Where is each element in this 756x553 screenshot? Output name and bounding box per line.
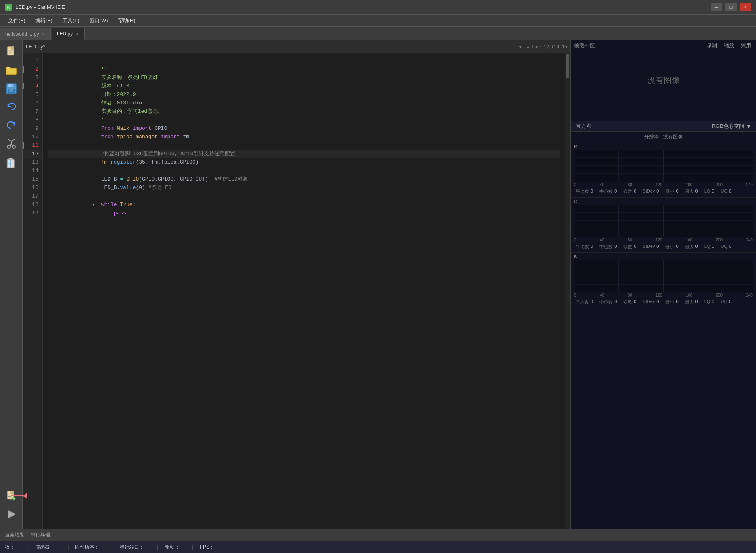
code-line-2: 实验名称：点亮LED蓝灯: [48, 65, 560, 73]
line-num-1: 1: [23, 56, 42, 65]
editor-scrollbar[interactable]: [565, 53, 570, 529]
menu-edit[interactable]: 编辑(E): [30, 15, 57, 26]
line-num-4: 4: [23, 82, 42, 90]
svg-rect-23: [7, 160, 10, 167]
sep2: |: [67, 545, 69, 550]
menu-window[interactable]: 窗口(W): [84, 15, 113, 26]
line-num-12: 12: [23, 150, 42, 158]
disable-button[interactable]: 禁用: [741, 42, 751, 49]
run-button[interactable]: [3, 506, 19, 522]
line-num-14: 14: [23, 166, 42, 175]
undo-button[interactable]: [3, 99, 19, 115]
line-num-17: 17: [23, 192, 42, 200]
channel-r-canvas: [574, 150, 753, 182]
line-num-18: 18: [23, 200, 42, 209]
channel-g-label: G: [574, 199, 753, 204]
search-results-tab[interactable]: 搜索结果: [5, 532, 24, 538]
tab-led[interactable]: LED.py ×: [52, 28, 85, 40]
histogram-channel-g: G 0: [571, 198, 756, 253]
bottom-panel: 搜索结果 串行终端: [0, 529, 756, 541]
sensor-label: 传感器：: [35, 544, 54, 551]
channel-b-x-labels: 0 40 80 120 160 200 240: [574, 292, 753, 298]
line-num-13: 13: [23, 158, 42, 166]
record-button[interactable]: 录制: [707, 42, 717, 49]
color-space-selector[interactable]: RGB色彩空间 ▼: [712, 123, 751, 130]
line-num-16: 16: [23, 183, 42, 192]
left-toolbar: [0, 40, 23, 529]
tab-helloworld[interactable]: helloworld_1.py ×: [0, 28, 51, 40]
sep1: |: [27, 545, 29, 550]
color-space-dropdown-icon: ▼: [746, 123, 751, 129]
channel-b-graph: [574, 260, 753, 292]
frame-buffer-label: 帧缓冲区: [574, 42, 595, 49]
tab-led-close[interactable]: ×: [75, 31, 79, 37]
tabbar: helloworld_1.py × LED.py ×: [0, 27, 756, 40]
right-panel: 帧缓冲区 录制 缩放 禁用 没有图像 直方图 RGB色彩空间 ▼: [570, 40, 756, 529]
line-num-9: 9: [23, 124, 42, 133]
run-snippet-wrapper: [3, 488, 19, 504]
svg-line-19: [8, 139, 11, 141]
open-folder-button[interactable]: [3, 62, 19, 78]
frame-buffer-controls: 录制 缩放 禁用: [702, 40, 756, 51]
content-area: LED.py* ▼ × Line: 12, Col: 15 1 2 3 4 5 …: [0, 40, 756, 529]
close-button[interactable]: ✕: [740, 3, 751, 11]
fps-label: FPS：: [200, 544, 214, 551]
channel-r-stats: 平均数0 中位数0 众数0 StDev0 最小0 最大0 LQ0 UQ0: [574, 188, 753, 195]
menu-tools[interactable]: 工具(T): [57, 15, 84, 26]
histogram-header: 直方图 RGB色彩空间 ▼: [571, 121, 756, 132]
new-file-button[interactable]: [3, 44, 19, 60]
code-editor[interactable]: 1 2 3 4 5 6 7 8 9 10 11 12 13 14: [23, 53, 570, 529]
tab-helloworld-close[interactable]: ×: [41, 31, 45, 37]
line-num-7: 7: [23, 107, 42, 116]
svg-rect-7: [6, 67, 10, 69]
paste-button[interactable]: [3, 155, 19, 171]
svg-text:K: K: [7, 6, 10, 10]
histogram-channel-r: R: [571, 142, 756, 198]
driver-label: 驱动：: [165, 544, 180, 551]
scroll-thumb[interactable]: [566, 54, 569, 78]
menu-file[interactable]: 文件(F): [3, 15, 30, 26]
line-num-8: 8: [23, 116, 42, 124]
histogram-channel-b: B 0: [571, 253, 756, 308]
menubar: 文件(F) 编辑(E) 工具(T) 窗口(W) 帮助(H): [0, 15, 756, 27]
svg-rect-10: [8, 84, 13, 87]
frame-buffer: 帧缓冲区 录制 缩放 禁用 没有图像: [571, 40, 756, 121]
menu-help[interactable]: 帮助(H): [113, 15, 140, 26]
save-button[interactable]: [3, 81, 19, 97]
svg-line-20: [11, 139, 15, 141]
app-icon: K: [5, 4, 12, 11]
svg-rect-13: [9, 89, 13, 92]
code-line-14: LED_B = GPIO(GPIO.GPIO0, GPIO.OUT) #构建LE…: [48, 166, 560, 175]
histogram-title: 直方图: [576, 123, 712, 130]
statusbar: 板： | 传感器： | 固件版本： | 串行端口： | 驱动： | FPS：: [0, 541, 756, 553]
toolbar-bottom: [3, 488, 19, 526]
editor-area: LED.py* ▼ × Line: 12, Col: 15 1 2 3 4 5 …: [23, 40, 570, 529]
dropdown-icon[interactable]: ▼: [518, 44, 523, 50]
serial-terminal-tab[interactable]: 串行终端: [31, 532, 50, 538]
histogram-resolution: 分辨率 - 没有图像: [571, 132, 756, 142]
channel-r-x-labels: 0 40 80 120 160 200 240: [574, 182, 753, 188]
red-arrow-indicator: [11, 493, 27, 499]
channel-b-label: B: [574, 254, 753, 259]
editor-close-icon[interactable]: ×: [527, 44, 530, 50]
channel-b-stats: 平均数0 中位数0 众数0 StDev0 最小0 最大0 LQ0 UQ0: [574, 298, 753, 306]
line-num-11: 11: [23, 141, 42, 150]
editor-toolbar: LED.py* ▼ × Line: 12, Col: 15: [23, 40, 570, 53]
code-content[interactable]: ''' 实验名称：点亮LED蓝灯 版本：v1.0 日期：2022: [43, 53, 565, 529]
sep4: |: [157, 545, 158, 550]
redo-button[interactable]: [3, 118, 19, 134]
minimize-button[interactable]: ─: [711, 3, 722, 11]
sep5: |: [192, 545, 194, 550]
editor-filename: LED.py*: [26, 44, 516, 50]
zoom-button[interactable]: 缩放: [724, 42, 734, 49]
color-space-label: RGB色彩空间: [712, 123, 744, 130]
maximize-button[interactable]: □: [725, 3, 737, 11]
line-num-15: 15: [23, 175, 42, 183]
svg-rect-22: [8, 158, 12, 160]
line-numbers: 1 2 3 4 5 6 7 8 9 10 11 12 13 14: [23, 53, 43, 529]
line-num-19: 19: [23, 209, 42, 217]
svg-marker-33: [8, 510, 15, 518]
cut-button[interactable]: [3, 136, 19, 152]
app-wrapper: K LED.py - CanMV IDE ─ □ ✕ 文件(F) 编辑(E) 工…: [0, 0, 756, 553]
code-line-11: #将蓝灯引脚IO35配置到GPIO0, K210引脚支持任意配置: [48, 141, 560, 150]
